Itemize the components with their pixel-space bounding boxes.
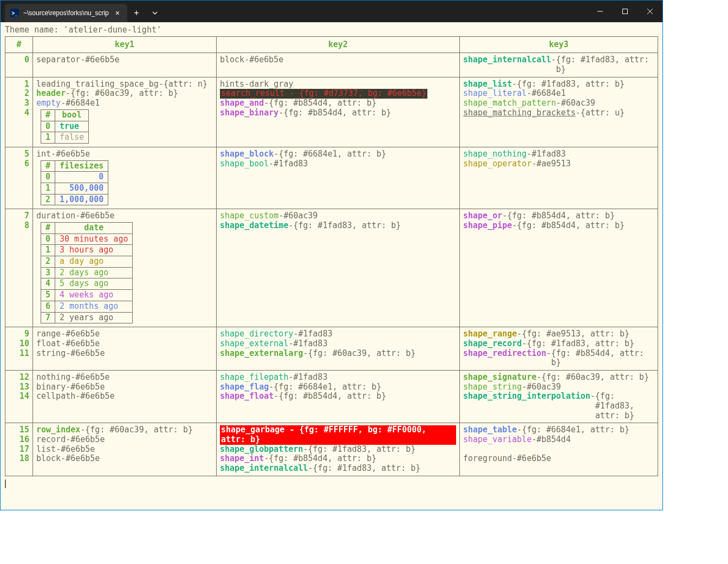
kv-key: string [36, 349, 66, 359]
kv-line: shape_binary - {fg: #b854d4, attr: b} [220, 108, 456, 118]
kv-key: nothing [36, 373, 70, 383]
kv-key: row_index [36, 425, 80, 435]
kv-key: shape_operator [463, 159, 531, 169]
kv-value: {attr: u} [581, 108, 625, 118]
kv-line: nothing - #6e6b5e [36, 373, 213, 383]
kv-key: shape_or [463, 211, 502, 221]
svg-rect-1 [623, 9, 628, 14]
kv-line: block - #6e6b5e [36, 454, 213, 464]
kv-value: {fg: #60ac39, attr: b} [542, 373, 649, 383]
kv-shape-garbage: shape_garbage - {fg: #FFFFFF, bg: #FF000… [220, 425, 456, 444]
kv-value: #6e6b5e [85, 55, 119, 65]
new-tab-button[interactable]: + [127, 4, 146, 22]
cell-k3: shape_signature - {fg: #60ac39, attr: b}… [460, 370, 658, 423]
terminal-body[interactable]: Theme name: 'atelier-dune-light' # key1 … [1, 22, 662, 510]
cell-k1: leading_trailing_space_bg - {attr: n}hea… [33, 77, 217, 147]
kv-value: {fg: #b854d4, attr: b} [278, 392, 386, 401]
kv-line: shape_string_interpolation - {fg: #1fad8… [463, 392, 654, 420]
cell-k3: shape_range - {fg: #ae9513, attr: b}shap… [460, 327, 658, 371]
window-maximize-button[interactable] [613, 1, 638, 22]
kv-line: separator - #6e6b5e [36, 55, 213, 65]
kv-key: foreground [463, 454, 512, 464]
kv-line: shape_table - {fg: #6684e1, attr: b} [463, 425, 654, 435]
kv-line: shape_globpattern - {fg: #1fad83, attr: … [220, 445, 456, 455]
cell-k2: shape_custom - #60ac39shape_datetime - {… [217, 209, 460, 327]
inner-head-idx: # [41, 109, 55, 121]
kv-line: shape_signature - {fg: #60ac39, attr: b} [463, 373, 654, 383]
kv-value: {fg: #b854d4, attr: b} [269, 99, 376, 108]
inner-row-idx: 6 [41, 301, 55, 312]
cell-k2: shape_block - {fg: #6684e1, attr: b}shap… [217, 147, 460, 209]
kv-line: foreground - #6e6b5e [463, 454, 654, 464]
inner-row-val: 2 months ago [55, 301, 133, 312]
kv-line: shape_externalarg - {fg: #60ac39, attr: … [220, 349, 456, 359]
inner-head-val: bool [55, 109, 89, 121]
inner-row-val: 500,000 [55, 183, 108, 194]
kv-key: shape_externalarg [220, 349, 303, 359]
kv-line: shape_redirection - {fg: #b854d4, attr: … [463, 349, 654, 368]
kv-value: {fg: #60ac39, attr: b} [85, 425, 193, 435]
kv-line: range - #6e6b5e [36, 329, 213, 339]
kv-line: shape_flag - {fg: #6684e1, attr: b} [220, 383, 456, 392]
kv-key: shape_block [220, 150, 274, 159]
kv-line: cellpath - #6e6b5e [36, 392, 213, 401]
theme-name-line: Theme name: 'atelier-dune-light' [5, 25, 658, 35]
tab-close-icon[interactable]: × [113, 9, 122, 17]
titlebar: >_ ~\source\repos\forks\nu_scrip × + [1, 1, 662, 22]
kv-value: {fg: #1fad83, attr: b} [308, 445, 416, 455]
kv-key: shape_float [220, 392, 274, 401]
kv-line: shape_int - {fg: #b854d4, attr: b} [220, 454, 456, 464]
kv-value: #60ac39 [561, 99, 595, 108]
kv-value: {fg: #6684e1, attr: b} [274, 383, 381, 392]
inner-row-idx: 1 [41, 183, 55, 194]
kv-value: #6e6b5e [70, 349, 105, 359]
kv-value: {fg: #b854d4, attr: b} [283, 108, 391, 118]
kv-value: #1fad83 [274, 159, 308, 169]
kv-key: shape_internalcall [220, 464, 308, 474]
tab-active[interactable]: >_ ~\source\repos\forks\nu_scrip × [5, 4, 127, 22]
filesizes-table: #filesizes001500,00021,000,000 [41, 160, 108, 206]
inner-row-val: true [55, 121, 89, 132]
kv-line: shape_internalcall - {fg: #1fad83, attr:… [220, 464, 456, 474]
kv-value: #6684e1 [66, 99, 100, 108]
inner-row-idx: 0 [41, 234, 55, 245]
kv-value: {fg: #6684e1, attr: b} [278, 150, 386, 159]
kv-line: shape_match_pattern - #60ac39 [463, 99, 654, 108]
inner-head-val: filesizes [55, 160, 108, 172]
kv-key: shape_directory [220, 329, 293, 339]
kv-key: shape_record [463, 339, 522, 349]
kv-key: block [220, 55, 244, 65]
kv-value: dark_gray [249, 80, 293, 89]
kv-line: shape_literal - #6684e1 [463, 89, 654, 99]
cell-k1: row_index - {fg: #60ac39, attr: b}record… [33, 423, 217, 476]
kv-key: record [36, 435, 66, 445]
inner-row-idx: 3 [41, 267, 55, 278]
kv-value: #b854d4 [536, 435, 570, 445]
kv-key: int [36, 150, 51, 159]
inner-head-idx: # [41, 223, 55, 234]
kv-value: {fg: #1fad83, attr: b} [556, 55, 654, 74]
kv-line: shape_string - #60ac39 [463, 383, 654, 392]
kv-value: {fg: #60ac39, attr: b} [308, 349, 416, 359]
inner-row-val: 1,000,000 [55, 194, 108, 205]
header-key1: key1 [33, 36, 217, 53]
inner-row-idx: 4 [41, 278, 55, 290]
cell-k2: shape_directory - #1fad83shape_external … [217, 327, 460, 371]
window-close-button[interactable] [638, 1, 662, 22]
theme-table: # key1 key2 key3 0separator - #6e6b5eblo… [5, 36, 658, 476]
kv-key: shape_string_interpolation [463, 392, 590, 401]
tab-dropdown-icon[interactable] [146, 4, 164, 22]
cell-k1: nothing - #6e6b5ebinary - #6e6b5ecellpat… [33, 370, 217, 423]
kv-value: #6e6b5e [66, 454, 100, 464]
inner-row-val: 30 minutes ago [55, 234, 133, 245]
kv-value: #6e6b5e [56, 150, 90, 159]
kv-line: shape_external - #1fad83 [220, 339, 456, 349]
inner-row-val: 4 weeks ago [55, 290, 133, 301]
kv-value: {fg: #1fad83, attr: b} [526, 339, 634, 349]
kv-line: float - #6e6b5e [36, 339, 213, 349]
kv-key: list [36, 445, 56, 455]
window-minimize-button[interactable] [588, 1, 613, 22]
row-index: 78 [5, 209, 33, 327]
kv-value: #6e6b5e [517, 454, 551, 464]
kv-value: {fg: #b854d4, attr: b} [507, 211, 615, 221]
